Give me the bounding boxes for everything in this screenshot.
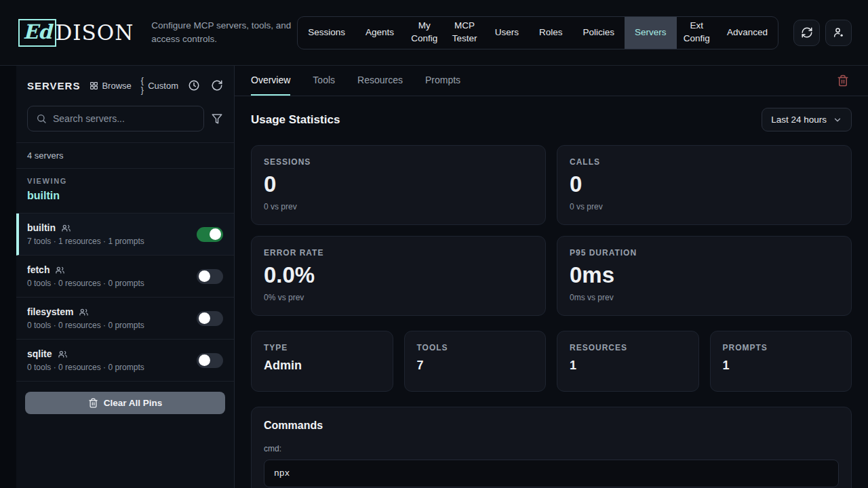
grid-icon: [90, 81, 98, 90]
tab-overview[interactable]: Overview: [251, 66, 290, 96]
server-meta: 0 tools · 0 resources · 0 prompts: [27, 363, 197, 372]
cmd-value: npx: [264, 460, 839, 487]
server-info: builtin 7 tools · 1 resources · 1 prompt…: [27, 222, 197, 246]
nav-item-sessions[interactable]: Sessions: [298, 17, 355, 49]
info-value: Admin: [264, 359, 380, 373]
toggle-knob: [199, 312, 210, 324]
server-detail-panel: Overview Tools Resources Prompts Usage S…: [234, 66, 868, 488]
detail-tabbar: Overview Tools Resources Prompts: [235, 66, 868, 96]
info-card-type: TYPE Admin: [251, 331, 393, 392]
filter-icon[interactable]: [211, 113, 223, 125]
nav-item-mcp-tester[interactable]: MCP Tester: [444, 17, 484, 49]
refresh-icon[interactable]: [211, 79, 223, 92]
sync-button[interactable]: [793, 20, 820, 46]
overview-content: Usage Statistics Last 24 hours SESSIONS …: [235, 96, 868, 488]
sync-icon: [801, 26, 813, 39]
info-value: 1: [723, 359, 840, 373]
clear-all-pins-button[interactable]: Clear All Pins: [25, 392, 225, 414]
server-name: filesystem: [27, 306, 73, 317]
toggle-knob: [199, 354, 210, 366]
search-box: [27, 106, 204, 131]
server-row-sqlite[interactable]: sqlite 0 tools · 0 resources · 0 prompts: [16, 340, 234, 382]
nav-item-agents[interactable]: Agents: [355, 17, 404, 49]
app-logo[interactable]: EdDISON: [18, 19, 134, 47]
time-range-dropdown[interactable]: Last 24 hours: [762, 108, 852, 131]
info-label: RESOURCES: [570, 343, 686, 352]
nav-item-ext-config[interactable]: Ext Config: [677, 17, 717, 49]
logo-text: DISON: [55, 22, 134, 43]
stat-value: 0.0%: [264, 262, 533, 288]
toggle-knob: [199, 270, 210, 282]
delete-server-button[interactable]: [837, 66, 849, 96]
server-info: sqlite 0 tools · 0 resources · 0 prompts: [27, 348, 197, 372]
search-input[interactable]: [53, 113, 195, 124]
browse-button[interactable]: Browse: [90, 81, 131, 91]
toggle-knob: [210, 228, 221, 240]
nav-item-advanced[interactable]: Advanced: [717, 17, 778, 49]
user-settings-button[interactable]: [825, 20, 852, 46]
nav-item-roles[interactable]: Roles: [529, 17, 573, 49]
viewing-value: builtin: [27, 190, 223, 202]
history-clock-icon[interactable]: [188, 79, 200, 92]
stat-label: CALLS: [570, 157, 839, 167]
nav-item-servers[interactable]: Servers: [625, 17, 677, 49]
app-tagline: Configure MCP servers, tools, and access…: [151, 19, 297, 47]
app-header: EdDISON Configure MCP servers, tools, an…: [0, 0, 868, 66]
usage-stats-grid: SESSIONS 0 0 vs prev CALLS 0 0 vs prev E…: [251, 145, 852, 316]
stat-value: 0ms: [570, 262, 839, 288]
server-toggle-fetch[interactable]: [197, 269, 223, 284]
info-card-prompts: PROMPTS 1: [710, 331, 852, 392]
tab-prompts[interactable]: Prompts: [425, 66, 460, 96]
server-toggle-builtin[interactable]: [197, 227, 223, 242]
nav-item-my-config[interactable]: My Config: [404, 17, 444, 49]
users-icon: [79, 307, 89, 317]
stat-delta: 0ms vs prev: [570, 293, 839, 302]
chevron-down-icon: [833, 115, 842, 125]
server-meta: 0 tools · 0 resources · 0 prompts: [27, 279, 197, 288]
server-row-fetch[interactable]: fetch 0 tools · 0 resources · 0 prompts: [16, 256, 234, 298]
viewing-label: VIEWING: [27, 177, 223, 185]
content-area: SERVERS Browse { } Custom: [0, 66, 868, 488]
nav-item-users[interactable]: Users: [485, 17, 529, 49]
server-name: fetch: [27, 264, 50, 275]
cmd-label: cmd:: [264, 444, 839, 453]
stat-value: 0: [570, 171, 839, 197]
tab-tools[interactable]: Tools: [313, 66, 335, 96]
nav-item-policies[interactable]: Policies: [573, 17, 625, 49]
stat-delta: 0% vs prev: [264, 293, 533, 302]
stat-card-sessions: SESSIONS 0 0 vs prev: [251, 145, 546, 225]
browse-label: Browse: [102, 81, 131, 91]
server-meta: 0 tools · 0 resources · 0 prompts: [27, 321, 197, 330]
server-row-builtin[interactable]: builtin 7 tools · 1 resources · 1 prompt…: [16, 214, 234, 256]
sidebar-footer: Clear All Pins: [16, 382, 234, 424]
logo-box: Ed: [18, 19, 56, 47]
braces-icon: { }: [141, 76, 144, 95]
sidebar-title: SERVERS: [27, 80, 80, 92]
custom-button[interactable]: { } Custom: [141, 76, 178, 95]
stat-card-p95-duration: P95 DURATION 0ms 0ms vs prev: [557, 236, 852, 316]
server-row-filesystem[interactable]: filesystem 0 tools · 0 resources · 0 pro…: [16, 298, 234, 340]
info-value: 7: [417, 359, 534, 373]
server-toggle-filesystem[interactable]: [197, 311, 223, 326]
server-toggle-sqlite[interactable]: [197, 353, 223, 368]
trash-icon: [88, 398, 98, 408]
users-icon: [58, 349, 68, 359]
stat-value: 0: [264, 171, 533, 197]
sidebar-header-icons: [188, 79, 223, 92]
custom-label: Custom: [148, 81, 178, 91]
tab-resources[interactable]: Resources: [357, 66, 403, 96]
stat-label: P95 DURATION: [570, 248, 839, 258]
clear-all-pins-label: Clear All Pins: [104, 398, 163, 408]
usage-title: Usage Statistics: [251, 113, 340, 127]
top-nav: Sessions Agents My Config MCP Tester Use…: [297, 16, 778, 49]
server-count: 4 servers: [16, 143, 234, 169]
info-card-resources: RESOURCES 1: [557, 331, 699, 392]
sidebar-header: SERVERS Browse { } Custom: [16, 66, 234, 98]
info-value: 1: [570, 359, 686, 373]
viewing-block: VIEWING builtin: [16, 169, 234, 214]
users-icon: [61, 223, 71, 233]
server-info: filesystem 0 tools · 0 resources · 0 pro…: [27, 306, 197, 330]
server-name: sqlite: [27, 348, 52, 359]
server-info: fetch 0 tools · 0 resources · 0 prompts: [27, 264, 197, 288]
sidebar-search-row: [16, 98, 234, 143]
